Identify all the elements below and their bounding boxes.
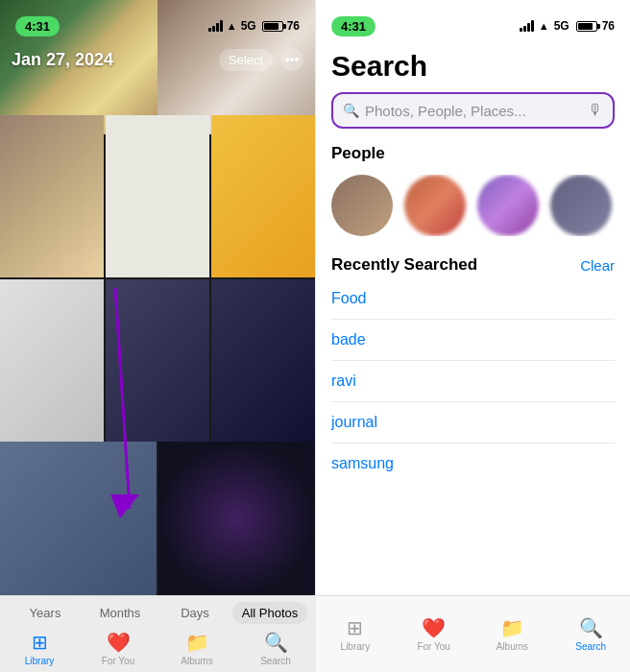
- search-input-placeholder[interactable]: Photos, People, Places...: [365, 103, 582, 119]
- right-albums-label: Albums: [497, 641, 528, 652]
- mid-photo-1: [0, 115, 104, 277]
- nav-albums[interactable]: 📁 Albums: [158, 631, 236, 666]
- library-icon: ⊞: [32, 631, 48, 654]
- nav-right-albums[interactable]: 📁 Albums: [473, 596, 552, 672]
- recent-item-bade[interactable]: bade: [331, 320, 615, 361]
- right-search-label: Search: [575, 641, 606, 652]
- nav-search-left[interactable]: 🔍 Search: [236, 631, 315, 666]
- battery-pct: 76: [287, 19, 300, 33]
- search-icon: 🔍: [343, 103, 359, 118]
- search-bar[interactable]: 🔍 Photos, People, Places... 🎙: [331, 92, 615, 129]
- right-status-icons: ▲ 5G 76: [520, 19, 615, 33]
- albums-icon: 📁: [185, 631, 209, 654]
- clear-button[interactable]: Clear: [580, 257, 615, 274]
- bottom-nav-right: ⊞ Library ❤️ For You 📁 Albums 🔍 Search: [316, 595, 630, 672]
- network-type: 5G: [241, 19, 256, 33]
- tab-all-photos[interactable]: All Photos: [232, 602, 307, 624]
- nav-right-library[interactable]: ⊞ Library: [316, 596, 395, 672]
- tab-years[interactable]: Years: [8, 602, 83, 624]
- person-avatar-1[interactable]: [331, 175, 393, 236]
- mid-photo-4: [0, 279, 104, 442]
- mid-photo-5: [106, 279, 209, 442]
- nav-library-label: Library: [25, 656, 55, 666]
- bottom-photo-1: [0, 442, 157, 595]
- mid-photo-6: [211, 279, 315, 442]
- mic-icon[interactable]: 🎙: [588, 102, 603, 119]
- right-albums-icon: 📁: [500, 616, 524, 639]
- nav-library[interactable]: ⊞ Library: [0, 631, 79, 666]
- nav-for-you-label: For You: [102, 656, 134, 666]
- recently-searched-title: Recently Searched: [331, 255, 477, 275]
- photo-date: Jan 27, 2024: [12, 50, 113, 70]
- nav-albums-label: Albums: [181, 656, 212, 666]
- photo-header-buttons: Select •••: [219, 48, 303, 71]
- people-section-title: People: [331, 144, 615, 163]
- signal-icon: [208, 20, 223, 32]
- person-avatar-3[interactable]: [477, 175, 539, 236]
- nav-right-search[interactable]: 🔍 Search: [551, 596, 630, 672]
- photo-date-header: Jan 27, 2024 Select •••: [0, 42, 315, 77]
- recent-item-food[interactable]: Food: [331, 278, 615, 320]
- left-time: 4:31: [15, 16, 60, 36]
- nav-search-label-left: Search: [260, 656, 291, 666]
- right-for-you-label: For You: [417, 641, 449, 652]
- search-nav-icon-left: 🔍: [264, 631, 288, 654]
- for-you-icon: ❤️: [107, 631, 131, 654]
- right-status-bar: 4:31 ▲ 5G 76: [316, 0, 630, 42]
- left-status-icons: ▲ 5G 76: [208, 19, 300, 33]
- recent-item-journal[interactable]: journal: [331, 402, 615, 444]
- left-status-bar: 4:31 ▲ 5G 76: [0, 0, 315, 42]
- mid-photo-3: [211, 115, 315, 277]
- tab-days[interactable]: Days: [158, 602, 232, 624]
- right-library-label: Library: [341, 641, 371, 652]
- recently-searched-header: Recently Searched Clear: [331, 255, 615, 275]
- nav-right-for-you[interactable]: ❤️ For You: [395, 596, 473, 672]
- mid-photo-2: [106, 115, 209, 277]
- more-button[interactable]: •••: [280, 48, 303, 71]
- search-title: Search: [331, 50, 615, 83]
- right-battery-icon: [576, 21, 597, 32]
- right-library-icon: ⊞: [347, 616, 363, 639]
- right-panel: 4:31 ▲ 5G 76 Search 🔍 Photos, People, Pl…: [315, 0, 630, 672]
- bottom-nav-left: Years Months Days All Photos ⊞ Library ❤…: [0, 595, 315, 672]
- middle-photo-grid: [0, 115, 315, 442]
- search-content: Search 🔍 Photos, People, Places... 🎙 Peo…: [316, 42, 630, 595]
- tab-months[interactable]: Months: [83, 602, 158, 624]
- right-signal-icon: [520, 20, 534, 32]
- bottom-photo-2: [158, 442, 315, 595]
- photo-grid: Jan 27, 2024 Select •••: [0, 0, 315, 595]
- right-time: 4:31: [331, 16, 376, 36]
- right-network-type: 5G: [554, 19, 569, 33]
- recent-item-samsung[interactable]: samsung: [331, 444, 615, 484]
- left-nav-bar: ⊞ Library ❤️ For You 📁 Albums 🔍 Search: [0, 624, 315, 672]
- person-avatar-2[interactable]: [404, 175, 466, 236]
- view-tabs: Years Months Days All Photos: [0, 596, 315, 624]
- recent-item-ravi[interactable]: ravi: [331, 361, 615, 402]
- battery-icon: [262, 21, 283, 32]
- select-button[interactable]: Select: [219, 49, 273, 71]
- wifi-icon: ▲: [227, 20, 237, 32]
- person-avatar-4[interactable]: [550, 175, 612, 236]
- bottom-photo-row: [0, 442, 315, 595]
- nav-for-you[interactable]: ❤️ For You: [79, 631, 158, 666]
- recent-search-list: Food bade ravi journal samsung: [331, 278, 615, 484]
- people-row: [331, 175, 615, 236]
- right-search-nav-icon: 🔍: [579, 616, 603, 639]
- right-battery-pct: 76: [602, 19, 615, 33]
- right-for-you-icon: ❤️: [422, 616, 446, 639]
- right-wifi-icon: ▲: [539, 20, 549, 32]
- left-panel: 4:31 ▲ 5G 76: [0, 0, 315, 672]
